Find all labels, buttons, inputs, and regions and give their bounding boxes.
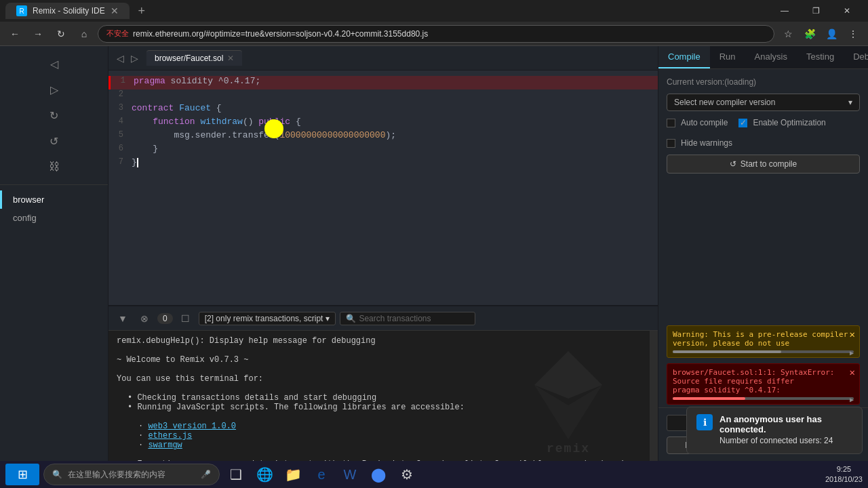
checkbox-group: Auto compile ✓ Enable Optimization Hide … bbox=[667, 118, 860, 148]
search-box[interactable]: 🔍 Search transactions bbox=[340, 312, 475, 325]
search-icon: 🔍 bbox=[52, 470, 62, 479]
tab-next-icon[interactable]: ▷ bbox=[128, 52, 141, 65]
notification-title: An anonymous user has connected. bbox=[719, 414, 852, 434]
edge-icon[interactable]: 🌐 bbox=[252, 462, 277, 487]
window-controls: — ❐ ✕ bbox=[769, 0, 863, 22]
refresh-button[interactable]: ↻ bbox=[52, 24, 71, 43]
sidebar-link[interactable]: ⛓ bbox=[41, 155, 68, 179]
terminal-scrollbar[interactable] bbox=[650, 331, 658, 461]
checkbox-icon[interactable]: ☐ bbox=[177, 310, 195, 327]
word-icon[interactable]: W bbox=[338, 462, 362, 487]
version-placeholder: Select new compiler version bbox=[674, 98, 775, 107]
taskbar-search[interactable]: 🔍 在这里输入你要搜索的内容 🎤 bbox=[43, 464, 220, 485]
sidebar-item-config[interactable]: config bbox=[0, 209, 108, 227]
warning-scroll-arrow[interactable]: ▶ bbox=[850, 349, 854, 357]
web3-link[interactable]: web3 version 1.0.0 bbox=[148, 422, 236, 431]
editor-tabs: ◁ ▷ browser/Faucet.sol ✕ bbox=[108, 46, 658, 70]
notification-text: An anonymous user has connected. Number … bbox=[719, 414, 852, 447]
taskview-icon[interactable]: ❑ bbox=[224, 462, 248, 487]
tab-title: Remix - Solidity IDE bbox=[33, 6, 105, 16]
version-label: Current version:(loading) bbox=[667, 77, 860, 87]
code-line-4: 4 function withdraw() public { bbox=[108, 117, 658, 130]
title-bar: R Remix - Solidity IDE ✕ + — ❐ ✕ bbox=[0, 0, 868, 22]
notification-icon: ℹ bbox=[696, 414, 713, 430]
hide-warnings-row: Hide warnings bbox=[667, 138, 732, 148]
back-button[interactable]: ← bbox=[5, 24, 24, 43]
auto-compile-checkbox[interactable] bbox=[667, 119, 675, 127]
start-button[interactable]: ⊞ bbox=[5, 464, 39, 485]
code-line-7: 7 } bbox=[108, 157, 658, 171]
search-icon: 🔍 bbox=[346, 314, 356, 323]
file-explorer-icon[interactable]: 📁 bbox=[281, 462, 305, 487]
clock-time: 9:25 bbox=[825, 464, 863, 474]
extensions-icon[interactable]: 🧩 bbox=[800, 24, 819, 43]
close-button[interactable]: ✕ bbox=[831, 0, 863, 22]
tab-analysis[interactable]: Analysis bbox=[745, 46, 797, 68]
editor-area: ◁ ▷ browser/Faucet.sol ✕ 1 pragma solidi… bbox=[108, 46, 658, 461]
sidebar-item-browser[interactable]: browser bbox=[0, 190, 108, 209]
error-scroll-arrow[interactable]: ▶ bbox=[850, 396, 854, 403]
app-layout: ◁ ▷ ↻ ↺ ⛓ browser config ◁ ▷ browser/Fau… bbox=[0, 46, 868, 461]
mic-icon[interactable]: 🎤 bbox=[201, 470, 211, 479]
tab-run[interactable]: Run bbox=[710, 46, 745, 68]
browser-tab[interactable]: R Remix - Solidity IDE ✕ bbox=[5, 3, 130, 19]
tab-testing[interactable]: Testing bbox=[797, 46, 844, 68]
filter-label: [2] only remix transactions, script bbox=[205, 314, 323, 323]
minimize-button[interactable]: — bbox=[769, 0, 800, 22]
tab-debugger[interactable]: Debugger bbox=[844, 46, 868, 68]
forward-button[interactable]: → bbox=[28, 24, 47, 43]
bottom-panel: ▼ ⊗ 0 ☐ [2] only remix transactions, scr… bbox=[108, 305, 658, 461]
enable-optimization-checkbox[interactable]: ✓ bbox=[738, 119, 747, 127]
nav-right-icons: ☆ 🧩 👤 ⋮ bbox=[778, 24, 863, 43]
sidebar-refresh[interactable]: ↻ bbox=[41, 103, 68, 127]
right-panel: Compile Run Analysis Testing Debugger Se… bbox=[658, 46, 868, 461]
compile-icon: ↺ bbox=[730, 159, 736, 169]
warning-scrollbar[interactable]: ▶ bbox=[673, 350, 854, 353]
tab-compile[interactable]: Compile bbox=[658, 46, 710, 68]
new-tab-button[interactable]: + bbox=[132, 1, 151, 20]
terminal[interactable]: remix remix.debugHelp(): Display help me… bbox=[108, 331, 650, 461]
ethers-link[interactable]: ethers.js bbox=[148, 431, 192, 441]
profile-icon[interactable]: 👤 bbox=[822, 24, 841, 43]
code-line-6: 6 } bbox=[108, 144, 658, 157]
hide-warnings-checkbox[interactable] bbox=[667, 139, 675, 148]
compile-button[interactable]: ↺ Start to compile bbox=[667, 155, 860, 174]
error-close-icon[interactable]: ✕ bbox=[850, 367, 855, 378]
code-editor[interactable]: 1 pragma solidity ^0.4.17; 2 3 contract … bbox=[108, 70, 658, 305]
dropdown-arrow-icon: ▾ bbox=[848, 98, 852, 107]
warning-text: Warning: This is a pre-release compiler … bbox=[673, 330, 848, 348]
swarmgw-link[interactable]: swarmgw bbox=[148, 441, 182, 450]
compile-label: Start to compile bbox=[741, 159, 797, 169]
sidebar-nav-next[interactable]: ▷ bbox=[41, 77, 68, 102]
taskbar: ⊞ 🔍 在这里输入你要搜索的内容 🎤 ❑ 🌐 📁 e W ⬤ ⚙ 9:25 20… bbox=[0, 461, 868, 488]
warning-close-icon[interactable]: ✕ bbox=[850, 329, 855, 340]
tab-prev-icon[interactable]: ◁ bbox=[114, 52, 127, 65]
tab-close-icon[interactable]: ✕ bbox=[111, 5, 119, 16]
error-scrollbar[interactable]: ▶ bbox=[673, 397, 854, 400]
tx-filter-dropdown[interactable]: [2] only remix transactions, script ▾ bbox=[199, 312, 336, 325]
ie-icon[interactable]: e bbox=[309, 462, 334, 487]
tab-close-icon[interactable]: ✕ bbox=[227, 54, 234, 63]
code-line-2: 2 bbox=[108, 89, 658, 103]
active-editor-tab[interactable]: browser/Faucet.sol ✕ bbox=[146, 50, 242, 66]
settings-icon[interactable]: ⚙ bbox=[395, 462, 419, 487]
url-text: remix.ethereum.org/#optimize=true&versio… bbox=[133, 29, 428, 39]
sidebar-undo[interactable]: ↺ bbox=[41, 129, 68, 153]
error-text: browser/Faucet.sol:1:1: SyntaxError: Sou… bbox=[673, 368, 834, 394]
bookmark-icon[interactable]: ☆ bbox=[778, 24, 797, 43]
version-dropdown[interactable]: Select new compiler version ▾ bbox=[667, 94, 860, 111]
menu-icon[interactable]: ⋮ bbox=[844, 24, 863, 43]
chrome-icon[interactable]: ⬤ bbox=[366, 462, 391, 487]
address-bar[interactable]: 不安全 remix.ethereum.org/#optimize=true&ve… bbox=[98, 25, 774, 43]
stop-icon[interactable]: ⊗ bbox=[136, 310, 153, 327]
code-line-3: 3 contract Faucet { bbox=[108, 103, 658, 117]
code-line-1: 1 pragma solidity ^0.4.17; bbox=[108, 76, 658, 89]
expand-icon[interactable]: ▼ bbox=[114, 310, 132, 327]
notification: ℹ An anonymous user has connected. Numbe… bbox=[686, 407, 863, 454]
hide-warnings-label: Hide warnings bbox=[681, 138, 732, 148]
notification-message: Number of connected users: 24 bbox=[719, 434, 852, 447]
home-button[interactable]: ⌂ bbox=[75, 24, 94, 43]
restore-button[interactable]: ❐ bbox=[800, 0, 831, 22]
sidebar-nav-prev[interactable]: ◁ bbox=[41, 52, 68, 76]
yellow-cursor-indicator bbox=[264, 119, 283, 138]
